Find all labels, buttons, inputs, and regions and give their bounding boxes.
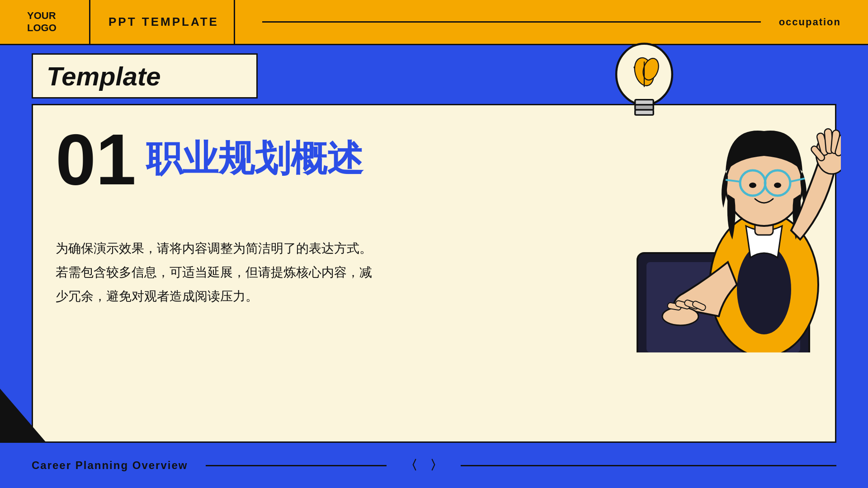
header-title: PPT TEMPLATE <box>90 0 235 44</box>
template-title-box: Template <box>32 53 258 99</box>
footer-text: Career Planning Overview <box>32 459 188 472</box>
svg-point-33 <box>662 307 698 325</box>
svg-point-26 <box>774 183 781 188</box>
svg-point-25 <box>749 183 756 188</box>
description-text: 为确保演示效果，请将内容调整为简洁明了的表达方式。若需包含较多信息，可适当延展，… <box>56 236 372 309</box>
logo-line1: YOUR <box>27 10 56 21</box>
person-illustration <box>547 36 841 352</box>
chinese-title: 职业规划概述 <box>146 135 363 183</box>
footer-bar: Career Planning Overview 〈 〉 <box>0 443 868 488</box>
slide-number: 01 <box>56 123 136 196</box>
svg-point-16 <box>737 244 791 334</box>
svg-rect-6 <box>635 110 654 115</box>
logo-line2: LOGO <box>27 22 57 33</box>
header-divider-line <box>262 21 761 23</box>
logo-area: YOUR LOGO <box>0 0 90 44</box>
footer-arrows: 〈 〉 <box>405 457 447 474</box>
bulb-icon <box>610 36 678 117</box>
header-right: occupation <box>235 0 868 44</box>
header-bar: YOUR LOGO PPT TEMPLATE occupation <box>0 0 868 45</box>
template-title: Template <box>47 61 160 91</box>
footer-right-line <box>461 465 836 466</box>
occupation-label: occupation <box>779 16 841 28</box>
footer-left-line <box>206 465 387 466</box>
